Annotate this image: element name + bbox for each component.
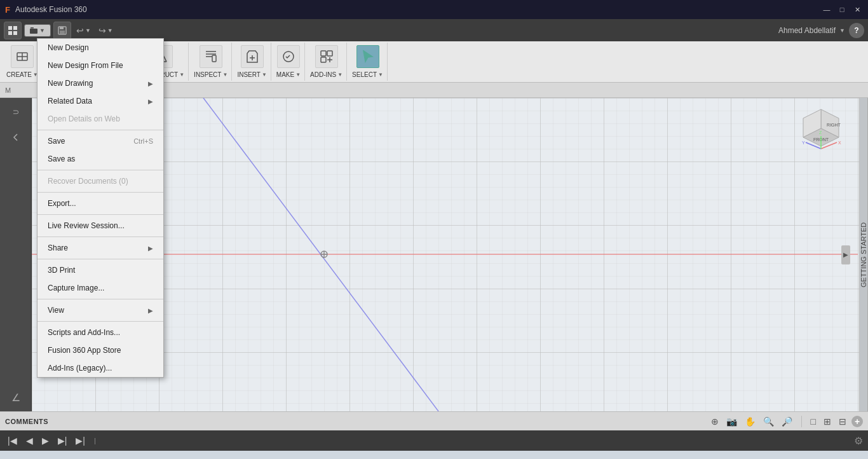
app-title: Autodesk Fusion 360 <box>15 5 87 14</box>
search-icon[interactable]: 🔎 <box>780 415 794 428</box>
svg-rect-1 <box>13 26 17 30</box>
left-panel-browser[interactable]: U <box>4 100 27 123</box>
svg-text:X: X <box>838 140 841 145</box>
minimize-button[interactable]: — <box>821 4 832 15</box>
timeline-end[interactable]: ▶| <box>73 434 88 447</box>
left-panel-toggle[interactable] <box>4 126 27 149</box>
insert-icon[interactable] <box>241 45 264 68</box>
svg-rect-3 <box>13 31 17 35</box>
menu-item-save-as[interactable]: Save as <box>37 150 163 168</box>
pan-icon[interactable]: ✋ <box>743 415 757 428</box>
timeline-bar: |◀ ◀ ▶ ▶| ▶| | ⚙ <box>0 430 868 451</box>
close-button[interactable]: ✕ <box>851 4 863 15</box>
display-mode-2[interactable]: ⊞ <box>822 415 832 428</box>
toolbar-group-select: SELECT▼ <box>348 43 388 81</box>
svg-rect-0 <box>8 26 12 30</box>
svg-rect-2 <box>8 31 12 35</box>
svg-rect-28 <box>327 51 332 56</box>
timeline-next[interactable]: ▶| <box>55 434 70 447</box>
view-cube[interactable]: FRONT RIGHT X Y Z <box>796 104 846 155</box>
menu-separator-7 <box>37 299 163 299</box>
getting-started-label[interactable]: GETTING STARTED <box>860 98 868 411</box>
menu-separator-4 <box>37 214 163 215</box>
menu-item-share[interactable]: Share ▶ <box>37 239 163 257</box>
menu-item-open-details: Open Details on Web <box>37 110 163 128</box>
menu-separator-5 <box>37 236 163 237</box>
toolbar-group-make: MAKE▼ <box>273 43 305 81</box>
menu-item-recover: Recover Documents (0) <box>37 172 163 190</box>
inspect-label[interactable]: INSPECT▼ <box>194 71 227 78</box>
toolbar-group-inspect: INSPECT▼ <box>190 43 232 81</box>
menu-item-live-review[interactable]: Live Review Session... <box>37 217 163 235</box>
menu-item-app-store[interactable]: Fusion 360 App Store <box>37 341 163 359</box>
timeline-prev[interactable]: ◀ <box>24 434 36 447</box>
app-logo: F <box>5 5 10 15</box>
addins-label[interactable]: ADD-INS▼ <box>310 71 342 78</box>
add-comment-button[interactable]: + <box>851 416 863 427</box>
select-label[interactable]: SELECT▼ <box>352 71 383 78</box>
menu-separator-2 <box>37 170 163 170</box>
comments-label: COMMENTS <box>5 418 48 425</box>
make-label[interactable]: MAKE▼ <box>276 71 301 78</box>
inspect-icon[interactable] <box>200 45 222 68</box>
menu-item-new-design-from-file[interactable]: New Design From File <box>37 57 163 74</box>
save-button[interactable] <box>53 22 71 39</box>
toolbar-group-insert: INSERT▼ <box>233 43 271 81</box>
menu-item-3d-print[interactable]: 3D Print <box>37 261 163 279</box>
menu-item-related-data[interactable]: Related Data ▶ <box>37 92 163 110</box>
toolbar-group-addins: ADD-INS▼ <box>306 43 347 81</box>
maximize-button[interactable]: □ <box>836 4 848 15</box>
menu-separator-3 <box>37 192 163 193</box>
menu-separator-1 <box>37 130 163 130</box>
addins-icon[interactable] <box>315 45 338 68</box>
menu-separator-6 <box>37 259 163 259</box>
create-icon[interactable] <box>11 45 34 68</box>
display-mode-3[interactable]: ⊟ <box>837 415 848 428</box>
create-label[interactable]: CREATE▼ <box>6 71 38 78</box>
file-menu-button[interactable]: ▼ <box>24 24 51 37</box>
settings-icon[interactable]: ⚙ <box>854 435 863 447</box>
svg-rect-29 <box>321 57 326 62</box>
menu-item-add-ins-legacy[interactable]: Add-Ins (Legacy)... <box>37 359 163 377</box>
username: Ahmed Abdellatif <box>778 26 836 35</box>
title-bar: F Autodesk Fusion 360 — □ ✕ <box>0 0 868 19</box>
timeline-play[interactable]: ▶ <box>39 434 51 447</box>
timeline-start[interactable]: |◀ <box>5 434 20 447</box>
svg-rect-27 <box>321 51 326 56</box>
zoom-icon[interactable]: 🔍 <box>762 415 775 428</box>
menu-item-capture-image[interactable]: Capture Image... <box>37 279 163 297</box>
menu-item-new-drawing[interactable]: New Drawing ▶ <box>37 74 163 92</box>
svg-rect-8 <box>60 31 65 34</box>
title-bar-left: F Autodesk Fusion 360 <box>5 5 87 15</box>
file-dropdown-menu: New Design New Design From File New Draw… <box>37 38 164 378</box>
grid-menu-button[interactable] <box>4 22 22 39</box>
make-icon[interactable] <box>277 45 300 68</box>
menu-item-new-design[interactable]: New Design <box>37 39 163 57</box>
svg-rect-7 <box>60 27 64 29</box>
svg-text:Y: Y <box>802 140 805 145</box>
title-bar-controls: — □ ✕ <box>821 4 863 15</box>
menu-item-scripts[interactable]: Scripts and Add-Ins... <box>37 324 163 341</box>
menu-separator-8 <box>37 321 163 322</box>
svg-rect-5 <box>30 29 37 34</box>
right-panel-collapse[interactable]: ▶ <box>841 245 850 264</box>
left-panel: U ∠ <box>0 98 32 411</box>
insert-label[interactable]: INSERT▼ <box>237 71 266 78</box>
camera-icon[interactable]: 📷 <box>725 415 738 428</box>
help-button[interactable]: ? <box>849 23 864 38</box>
svg-rect-23 <box>212 55 216 62</box>
toolbar-separator-1 <box>801 416 802 427</box>
display-mode-1[interactable]: □ <box>810 415 817 428</box>
undo-button[interactable]: ↩ ▼ <box>74 24 93 37</box>
menu-item-export[interactable]: Export... <box>37 195 163 212</box>
redo-button[interactable]: ↪ ▼ <box>96 24 116 37</box>
menu-item-view[interactable]: View ▶ <box>37 301 163 319</box>
left-panel-angle[interactable]: ∠ <box>4 386 27 409</box>
select-icon[interactable] <box>356 45 379 68</box>
fit-view-icon[interactable]: ⊕ <box>710 415 720 428</box>
svg-text:RIGHT: RIGHT <box>827 123 841 127</box>
right-panel: GETTING STARTED <box>859 98 868 411</box>
comments-section: COMMENTS <box>5 418 706 425</box>
menu-item-save[interactable]: Save Ctrl+S <box>37 132 163 150</box>
svg-rect-4 <box>31 27 34 29</box>
